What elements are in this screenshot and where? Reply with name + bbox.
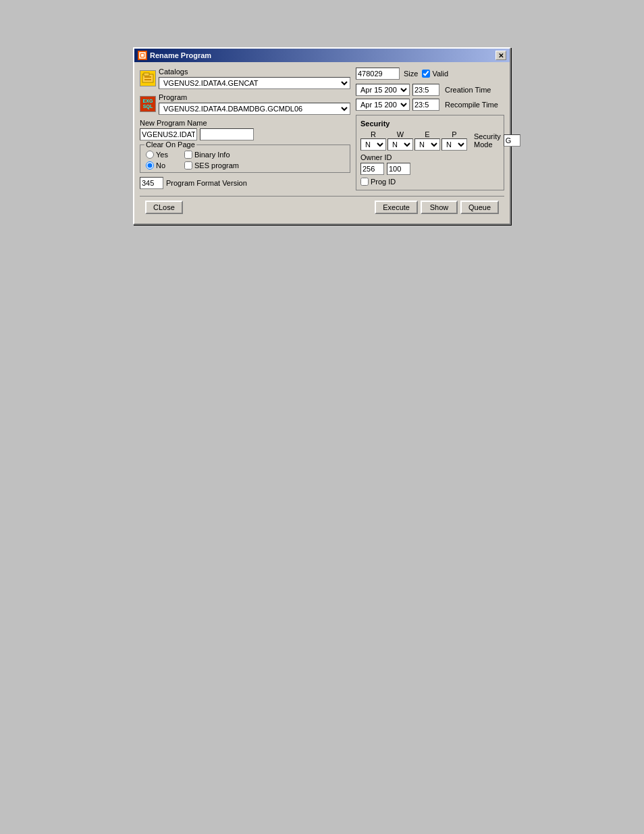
security-group: Security R N W xyxy=(356,115,504,190)
security-mode-input[interactable] xyxy=(504,134,520,147)
action-buttons: Execute Show Queue xyxy=(375,201,499,214)
size-label: Size xyxy=(404,70,418,78)
p-select[interactable]: N xyxy=(441,138,467,151)
p-label: P xyxy=(449,130,460,138)
binary-info-label: Binary Info xyxy=(194,151,230,159)
security-mode-label: Security Mode xyxy=(474,132,501,149)
rename-program-window: Rename Program ✕ xyxy=(133,47,511,225)
program-select[interactable]: VGENUS2.IDATA4.DBAMDBG.GCMDL06 xyxy=(159,103,350,115)
svg-rect-1 xyxy=(141,54,144,57)
owner-id-row: Owner ID xyxy=(360,153,500,175)
svg-rect-3 xyxy=(144,73,149,76)
catalog-select[interactable]: VGENUS2.IDATA4.GENCAT xyxy=(159,77,350,89)
execute-button[interactable]: Execute xyxy=(375,201,418,214)
new-program-name-input1[interactable] xyxy=(140,128,197,140)
valid-input[interactable] xyxy=(422,70,430,78)
w-select[interactable]: N xyxy=(387,138,413,151)
owner-id-input2[interactable] xyxy=(387,163,410,175)
clear-on-page-legend: Clear On Page xyxy=(144,140,196,149)
e-select[interactable]: N xyxy=(414,138,440,151)
ses-program-checkbox[interactable]: SES program xyxy=(184,161,239,170)
show-button[interactable]: Show xyxy=(421,201,458,214)
r-select[interactable]: N xyxy=(360,138,386,151)
new-program-name-input2[interactable] xyxy=(200,128,254,140)
ses-program-input[interactable] xyxy=(184,161,192,170)
radio-yes-input[interactable] xyxy=(146,151,154,159)
title-bar: Rename Program ✕ xyxy=(134,49,510,62)
close-button[interactable]: CLose xyxy=(145,201,183,214)
recompile-time-input[interactable] xyxy=(412,99,439,111)
binary-info-checkbox[interactable]: Binary Info xyxy=(184,151,239,159)
creation-date-select[interactable]: Apr 15 2002 xyxy=(356,84,410,96)
radio-yes[interactable]: Yes xyxy=(146,151,168,159)
prog-id-input[interactable] xyxy=(360,178,369,186)
clear-on-page-group: Clear On Page Yes No xyxy=(140,145,350,173)
svg-rect-5 xyxy=(144,79,151,80)
recompile-time-row: Apr 15 2002 Recompile Time xyxy=(356,99,504,111)
window-title: Rename Program xyxy=(150,51,211,59)
svg-rect-4 xyxy=(144,76,151,78)
creation-time-label: Creation Time xyxy=(445,86,491,94)
new-program-name-label: New Program Name xyxy=(140,119,350,127)
pfv-row: Program Format Version xyxy=(140,177,350,189)
owner-id-input1[interactable] xyxy=(360,163,384,175)
right-panel: Size Valid Apr 15 2002 Creation Time xyxy=(356,68,504,190)
radio-yes-label: Yes xyxy=(156,151,168,159)
bottom-bar: CLose Execute Show Queue xyxy=(140,196,504,218)
prog-id-label: Prog ID xyxy=(371,178,396,186)
binary-info-input[interactable] xyxy=(184,151,192,159)
pfv-label: Program Format Version xyxy=(166,179,247,187)
program-group: EXGSQL Program VGENUS2.IDATA4.DBAMDBG.GC… xyxy=(140,93,350,115)
pfv-input[interactable] xyxy=(140,177,163,189)
recompile-date-select[interactable]: Apr 15 2002 xyxy=(356,99,410,111)
size-row: Size Valid xyxy=(356,68,504,80)
prog-id-checkbox[interactable]: Prog ID xyxy=(360,178,500,186)
valid-checkbox[interactable]: Valid xyxy=(422,70,448,78)
security-legend: Security xyxy=(360,120,500,128)
e-label: E xyxy=(422,130,433,138)
size-input[interactable] xyxy=(356,68,400,80)
radio-no-label: No xyxy=(156,161,165,170)
program-label: Program xyxy=(159,93,350,101)
program-icon: EXGSQL xyxy=(140,96,156,112)
radio-no-input[interactable] xyxy=(146,161,154,170)
ses-program-label: SES program xyxy=(194,161,239,170)
creation-time-input[interactable] xyxy=(412,84,439,96)
catalog-group: Catalogs VGENUS2.IDATA4.GENCAT xyxy=(140,68,350,89)
queue-button[interactable]: Queue xyxy=(460,201,499,214)
close-icon[interactable]: ✕ xyxy=(495,51,506,60)
valid-label: Valid xyxy=(432,70,448,78)
catalog-label: Catalogs xyxy=(159,68,350,76)
creation-time-row: Apr 15 2002 Creation Time xyxy=(356,84,504,96)
left-panel: Catalogs VGENUS2.IDATA4.GENCAT EXGSQL xyxy=(140,68,350,190)
r-label: R xyxy=(368,130,379,138)
recompile-time-label: Recompile Time xyxy=(445,101,498,109)
radio-no[interactable]: No xyxy=(146,161,168,170)
w-label: W xyxy=(395,130,406,138)
catalog-icon xyxy=(140,70,156,86)
window-icon xyxy=(138,51,147,60)
new-program-name-group: New Program Name xyxy=(140,119,350,140)
owner-id-label: Owner ID xyxy=(360,153,500,161)
